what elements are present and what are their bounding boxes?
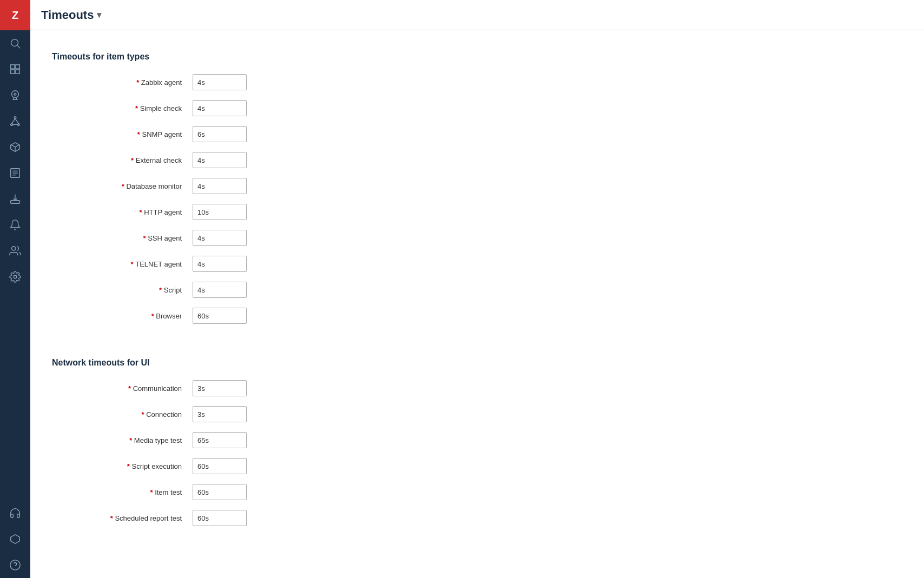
label-snmp-agent: SNMP agent xyxy=(52,130,193,138)
sidebar-item-support[interactable] xyxy=(0,500,30,526)
input-scheduled-report-test[interactable] xyxy=(193,510,247,526)
svg-rect-2 xyxy=(11,65,15,69)
label-http-agent: HTTP agent xyxy=(52,208,193,216)
svg-point-22 xyxy=(14,275,17,278)
input-database-monitor[interactable] xyxy=(193,178,247,194)
title-chevron: ▾ xyxy=(97,10,101,20)
input-external-check[interactable] xyxy=(193,152,247,168)
label-simple-check: Simple check xyxy=(52,104,193,112)
label-communication: Communication xyxy=(52,384,193,393)
item-types-title: Timeouts for item types xyxy=(52,52,902,62)
svg-point-6 xyxy=(12,91,19,98)
sidebar-item-reports[interactable] xyxy=(0,160,30,186)
header: Timeouts ▾ xyxy=(30,0,924,30)
form-row-browser: Browser xyxy=(52,306,902,325)
form-row-external-check: External check xyxy=(52,150,902,170)
input-script[interactable] xyxy=(193,282,247,298)
form-row-communication: Communication xyxy=(52,378,902,398)
label-external-check: External check xyxy=(52,156,193,164)
input-http-agent[interactable] xyxy=(193,204,247,220)
network-timeouts-section: Network timeouts for UI Communication Co… xyxy=(52,358,902,528)
svg-line-11 xyxy=(12,118,15,123)
sidebar-item-search[interactable] xyxy=(0,30,30,56)
form-row-scheduled-report-test: Scheduled report test xyxy=(52,508,902,528)
page-title-text: Timeouts xyxy=(41,8,94,22)
item-types-section: Timeouts for item types Zabbix agent Sim… xyxy=(52,52,902,325)
input-zabbix-agent[interactable] xyxy=(193,74,247,90)
form-row-zabbix-agent: Zabbix agent xyxy=(52,72,902,92)
sidebar-item-users[interactable] xyxy=(0,238,30,264)
label-item-test: Item test xyxy=(52,488,193,496)
page-title[interactable]: Timeouts ▾ xyxy=(41,8,101,22)
label-ssh-agent: SSH agent xyxy=(52,234,193,242)
sidebar-item-download[interactable] xyxy=(0,186,30,212)
form-row-media-type-test: Media type test xyxy=(52,430,902,450)
form-row-ssh-agent: SSH agent xyxy=(52,228,902,248)
form-row-connection: Connection xyxy=(52,404,902,424)
form-row-database-monitor: Database monitor xyxy=(52,176,902,196)
input-connection[interactable] xyxy=(193,406,247,422)
form-row-http-agent: HTTP agent xyxy=(52,202,902,222)
content-area: Timeouts for item types Zabbix agent Sim… xyxy=(30,30,924,578)
svg-rect-4 xyxy=(11,70,15,74)
input-media-type-test[interactable] xyxy=(193,432,247,448)
input-snmp-agent[interactable] xyxy=(193,126,247,142)
svg-line-1 xyxy=(17,45,20,48)
section-spacer xyxy=(52,342,902,353)
svg-rect-3 xyxy=(16,65,19,69)
sidebar-item-settings[interactable] xyxy=(0,264,30,290)
sidebar-item-help[interactable] xyxy=(0,552,30,578)
svg-point-23 xyxy=(10,560,20,570)
form-row-script-execution: Script execution xyxy=(52,456,902,476)
sidebar-item-network[interactable] xyxy=(0,108,30,134)
input-ssh-agent[interactable] xyxy=(193,230,247,246)
sidebar-item-monitoring[interactable] xyxy=(0,82,30,108)
sidebar-logo[interactable]: Z xyxy=(0,0,30,30)
form-row-simple-check: Simple check xyxy=(52,98,902,118)
sidebar-item-alerts[interactable] xyxy=(0,212,30,238)
input-browser[interactable] xyxy=(193,308,247,324)
form-row-snmp-agent: SNMP agent xyxy=(52,124,902,144)
network-timeouts-title: Network timeouts for UI xyxy=(52,358,902,368)
input-item-test[interactable] xyxy=(193,484,247,500)
svg-point-0 xyxy=(11,39,18,46)
main-area: Timeouts ▾ Timeouts for item types Zabbi… xyxy=(30,0,924,578)
svg-point-21 xyxy=(12,247,16,250)
svg-line-12 xyxy=(15,118,18,123)
label-scheduled-report-test: Scheduled report test xyxy=(52,514,193,522)
svg-point-7 xyxy=(14,93,16,95)
label-zabbix-agent: Zabbix agent xyxy=(52,78,193,87)
label-script-execution: Script execution xyxy=(52,462,193,470)
label-connection: Connection xyxy=(52,410,193,418)
label-telnet-agent: TELNET agent xyxy=(52,260,193,268)
input-script-execution[interactable] xyxy=(193,458,247,474)
sidebar-item-inventory[interactable] xyxy=(0,134,30,160)
input-communication[interactable] xyxy=(193,380,247,396)
form-row-script: Script xyxy=(52,280,902,300)
label-browser: Browser xyxy=(52,312,193,320)
label-media-type-test: Media type test xyxy=(52,436,193,444)
svg-rect-5 xyxy=(16,70,19,74)
input-telnet-agent[interactable] xyxy=(193,256,247,272)
sidebar-item-plugins[interactable] xyxy=(0,526,30,552)
input-simple-check[interactable] xyxy=(193,100,247,116)
sidebar: Z xyxy=(0,0,30,578)
form-row-telnet-agent: TELNET agent xyxy=(52,254,902,274)
label-script: Script xyxy=(52,286,193,294)
label-database-monitor: Database monitor xyxy=(52,182,193,190)
sidebar-item-dashboard[interactable] xyxy=(0,56,30,82)
content-inner: Timeouts for item types Zabbix agent Sim… xyxy=(30,30,924,578)
svg-point-8 xyxy=(14,117,16,119)
form-row-item-test: Item test xyxy=(52,482,902,502)
